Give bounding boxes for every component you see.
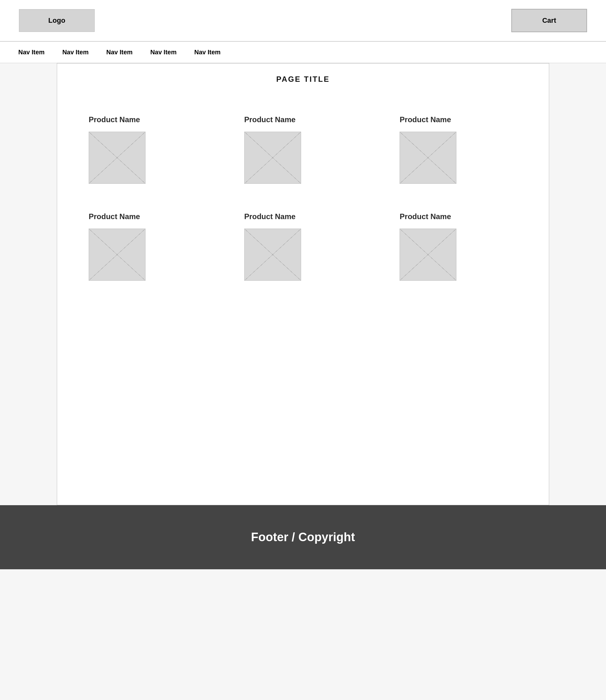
logo: Logo	[19, 9, 95, 32]
footer: Footer / Copyright	[0, 505, 606, 569]
product-name-2: Product Name	[244, 115, 296, 124]
nav-item-4[interactable]: Nav Item	[141, 42, 185, 63]
nav-item-3[interactable]: Nav Item	[97, 42, 141, 63]
page-title: PAGE TITLE	[70, 64, 536, 103]
cart-button[interactable]: Cart	[511, 9, 587, 32]
main-content: PAGE TITLE Product Name Product Name Pro…	[57, 63, 549, 505]
product-card-5[interactable]: Product Name	[225, 200, 381, 296]
product-image-2	[244, 132, 301, 184]
product-card-3[interactable]: Product Name	[381, 103, 536, 200]
product-name-4: Product Name	[89, 212, 140, 221]
sidebar-left	[19, 63, 57, 505]
product-image-3	[400, 132, 457, 184]
product-image-4	[89, 229, 145, 281]
footer-label: Footer / Copyright	[251, 530, 355, 544]
product-image-1	[89, 132, 145, 184]
product-image-6	[400, 229, 457, 281]
product-grid: Product Name Product Name Product Name P…	[70, 103, 536, 296]
product-card-2[interactable]: Product Name	[225, 103, 381, 200]
product-name-5: Product Name	[244, 212, 296, 221]
header: Logo Cart	[0, 0, 606, 42]
nav-item-2[interactable]: Nav Item	[53, 42, 97, 63]
product-name-3: Product Name	[400, 115, 451, 124]
product-name-1: Product Name	[89, 115, 140, 124]
product-name-6: Product Name	[400, 212, 451, 221]
product-image-5	[244, 229, 301, 281]
nav-item-5[interactable]: Nav Item	[186, 42, 230, 63]
nav-item-1[interactable]: Nav Item	[9, 42, 53, 63]
navigation: Nav Item Nav Item Nav Item Nav Item Nav …	[0, 42, 606, 63]
main-wrapper: PAGE TITLE Product Name Product Name Pro…	[0, 63, 606, 505]
product-card-4[interactable]: Product Name	[70, 200, 225, 296]
sidebar-right	[549, 63, 587, 505]
product-card-1[interactable]: Product Name	[70, 103, 225, 200]
product-card-6[interactable]: Product Name	[381, 200, 536, 296]
